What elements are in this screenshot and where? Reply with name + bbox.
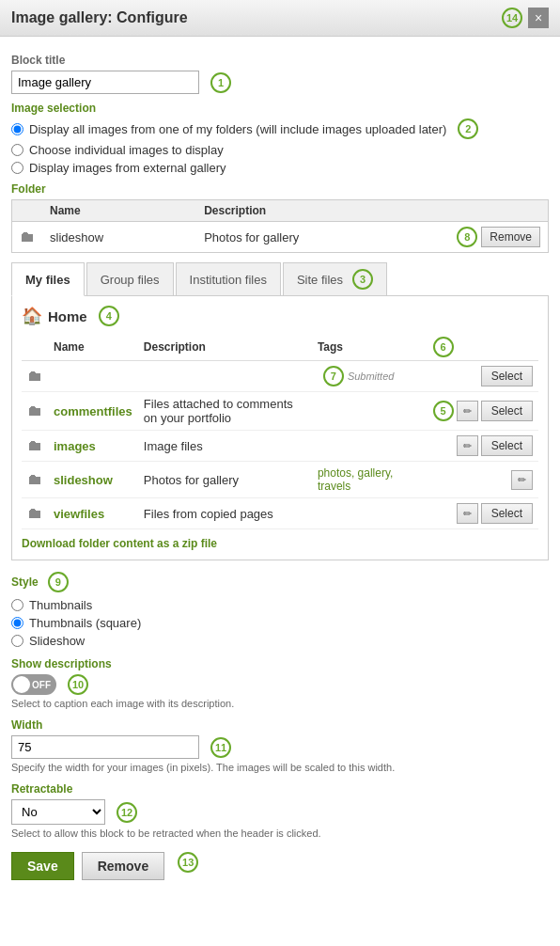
image-selection-option-1: Display all images from one of my folder… — [11, 118, 549, 139]
folder-row-icon: 🖿 — [20, 229, 35, 244]
style-option-3: Slideshow — [11, 634, 549, 648]
tab-site-files[interactable]: Site files 3 — [283, 262, 387, 295]
action-bar: Save Remove 13 — [11, 852, 549, 890]
num2-badge: 2 — [458, 118, 478, 139]
table-row: 🖿 images Image files ✏ Select — [22, 431, 538, 462]
width-input[interactable] — [11, 735, 199, 759]
show-descriptions-section: Show descriptions OFF 10 Select to capti… — [11, 657, 549, 709]
num10-badge: 10 — [68, 674, 88, 695]
file-name-link-1[interactable]: commentfiles — [54, 404, 132, 418]
style-label: Style — [11, 575, 39, 589]
file-desc-3: Photos for gallery — [138, 462, 312, 498]
image-selection-radio-3[interactable] — [11, 162, 23, 174]
style-radio-3[interactable] — [11, 635, 23, 647]
toggle-label: OFF — [32, 680, 51, 690]
tab-group-files[interactable]: Group files — [86, 262, 174, 295]
image-selection-option-2: Choose individual images to display — [11, 143, 549, 157]
file-desc-2: Image files — [138, 431, 312, 462]
image-selection-option-3: Display images from external gallery — [11, 161, 549, 175]
style-option-2: Thumbnails (square) — [11, 616, 549, 630]
folder-row-name: slideshow — [42, 222, 196, 253]
close-button[interactable]: × — [528, 8, 549, 28]
action-remove-button[interactable]: Remove — [82, 852, 164, 880]
download-zip-link[interactable]: Download folder content as a zip file — [22, 537, 538, 550]
retractable-section: Retractable No Yes Auto 12 Select to all… — [11, 782, 549, 839]
style-label-3: Slideshow — [29, 634, 85, 648]
file-desc-0 — [138, 361, 312, 392]
num9-badge: 9 — [48, 572, 69, 592]
file-name-link-4[interactable]: viewfiles — [54, 507, 104, 521]
folder-row-desc: Photos for gallery — [196, 222, 443, 253]
image-selection-label-3: Display images from external gallery — [29, 161, 226, 175]
tab-content: 🏠 Home 4 Name Description Tags 6 — [11, 296, 549, 560]
table-row: 🖿 commentfiles Files attached to comment… — [22, 392, 538, 431]
retractable-label: Retractable — [11, 782, 549, 796]
edit-button-2[interactable]: ✏ — [457, 435, 478, 456]
file-tags-3: photos, gallery, travels — [312, 462, 422, 498]
folder-row: 🖿 slideshow Photos for gallery 8 Remove — [12, 222, 549, 253]
num11-badge: 11 — [210, 737, 231, 758]
select-button-4[interactable]: Select — [481, 503, 533, 524]
tab-institution-files[interactable]: Institution files — [176, 262, 281, 295]
submitted-badge: Submitted — [348, 371, 395, 382]
select-button-1[interactable]: Select — [481, 401, 533, 421]
table-row: 🖿 7 Submitted Select — [22, 361, 538, 392]
file-name-link-3[interactable]: slideshow — [54, 473, 113, 487]
width-help: Specify the width for your images (in pi… — [11, 762, 549, 773]
dialog-title: Image gallery: Configure — [11, 9, 188, 26]
files-col-desc: Description — [138, 334, 312, 361]
tab-my-files[interactable]: My files — [11, 262, 85, 296]
folder-col-actions — [443, 200, 548, 222]
toggle-switch[interactable]: OFF — [11, 674, 56, 695]
num7-badge: 7 — [323, 366, 344, 386]
style-section: Style 9 Thumbnails Thumbnails (square) S… — [11, 572, 549, 648]
folder-col-name: Name — [42, 200, 196, 222]
files-col-name: Name — [48, 334, 138, 361]
tabs-container: My files Group files Institution files S… — [11, 262, 549, 560]
file-icon-1: 🖿 — [27, 402, 42, 418]
folder-col-desc: Description — [196, 200, 443, 222]
dialog-header: Image gallery: Configure 14 × — [0, 0, 560, 37]
table-row: 🖿 viewfiles Files from copied pages ✏ Se… — [22, 498, 538, 529]
style-radio-2[interactable] — [11, 617, 23, 629]
home-icon: 🏠 — [22, 306, 42, 326]
file-icon-3: 🖿 — [27, 471, 42, 487]
image-selection-radio-2[interactable] — [11, 144, 23, 156]
num6-badge: 6 — [433, 337, 454, 357]
block-title-input[interactable] — [11, 71, 199, 94]
num4-badge: 4 — [99, 306, 119, 326]
files-table: Name Description Tags 6 🖿 — [22, 334, 538, 529]
folder-remove-button[interactable]: Remove — [481, 227, 540, 247]
style-option-1: Thumbnails — [11, 598, 549, 612]
folder-section: Folder Name Description 🖿 slideshow Phot… — [11, 182, 549, 253]
retractable-select[interactable]: No Yes Auto — [11, 799, 105, 825]
retractable-help: Select to allow this block to be retract… — [11, 828, 549, 839]
folder-label: Folder — [11, 182, 549, 196]
style-label-2: Thumbnails (square) — [29, 616, 141, 630]
file-icon-4: 🖿 — [27, 505, 42, 521]
files-col-icon — [22, 334, 48, 361]
style-radio-1[interactable] — [11, 599, 23, 611]
dialog-body: Block title 1 Image selection Display al… — [0, 37, 560, 899]
file-name-link-2[interactable]: images — [54, 439, 96, 453]
select-button-0[interactable]: Select — [481, 366, 533, 386]
edit-button-3[interactable]: ✏ — [511, 470, 533, 490]
table-row: 🖿 slideshow Photos for gallery photos, g… — [22, 462, 538, 498]
image-selection-label-1: Display all images from one of my folder… — [29, 122, 446, 136]
file-desc-4: Files from copied pages — [138, 498, 312, 529]
edit-button-1[interactable]: ✏ — [457, 401, 478, 421]
block-title-row: 1 — [11, 71, 549, 94]
style-radio-group: Thumbnails Thumbnails (square) Slideshow — [11, 598, 549, 648]
image-selection-radio-1[interactable] — [11, 123, 23, 135]
folder-col-empty — [12, 200, 43, 222]
width-section: Width 11 Specify the width for your imag… — [11, 718, 549, 773]
save-button[interactable]: Save — [11, 852, 74, 880]
file-tags-4 — [312, 498, 422, 529]
file-icon-0: 🖿 — [27, 368, 42, 384]
num12-badge: 12 — [117, 802, 137, 823]
select-button-2[interactable]: Select — [481, 435, 533, 456]
image-selection-label-2: Choose individual images to display — [29, 143, 224, 157]
edit-button-4[interactable]: ✏ — [457, 503, 478, 524]
home-label: Home — [48, 308, 87, 324]
show-descriptions-help: Select to caption each image with its de… — [11, 698, 549, 709]
